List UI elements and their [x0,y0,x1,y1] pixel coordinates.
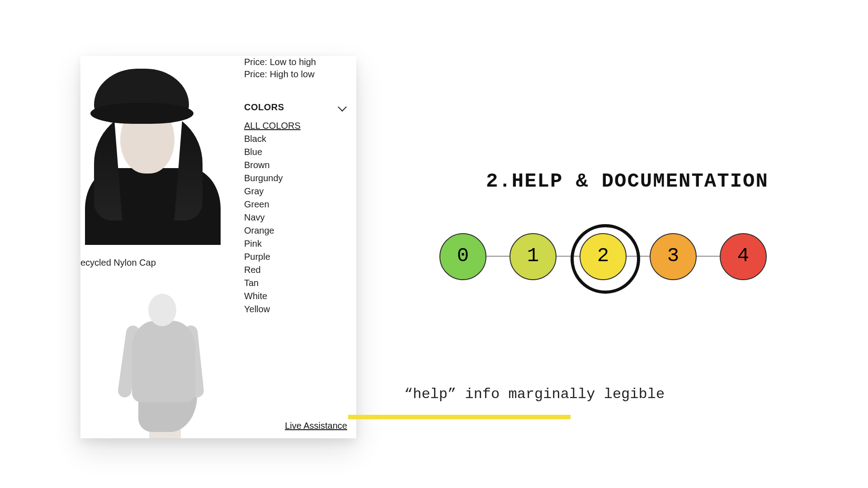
color-option[interactable]: White [244,290,348,302]
color-option[interactable]: Purple [244,251,348,263]
color-all[interactable]: ALL COLORS [244,120,348,132]
scale-dot-4: 4 [720,233,767,280]
product-image-dress [99,294,221,438]
chevron-down-icon [339,104,345,110]
annotation-caption: “help” info marginally legible [404,386,665,403]
color-option[interactable]: Orange [244,225,348,237]
color-option[interactable]: Red [244,264,348,276]
product-title: ecycled Nylon Cap [80,258,156,268]
colors-header[interactable]: COLORS [244,101,348,113]
live-assistance-link[interactable]: Live Assistance [285,421,347,431]
color-option[interactable]: Green [244,198,348,211]
color-options: ALL COLORS Black Blue Brown Burgundy Gra… [244,120,348,315]
color-option[interactable]: Brown [244,159,348,171]
scale-selection-ring [571,224,640,294]
scale-dot-3: 3 [650,233,697,280]
product-image-cap [80,56,239,237]
severity-scale: 0 1 2 3 4 [439,233,769,280]
color-option[interactable]: Tan [244,277,348,289]
sort-low-high[interactable]: Price: Low to high [244,56,348,68]
scale-dot-0: 0 [439,233,486,280]
section-heading: 2.HELP & DOCUMENTATION [486,170,769,192]
sort-options: Price: Low to high Price: High to low [244,56,348,80]
filter-panel: Price: Low to high Price: High to low CO… [244,56,348,316]
callout-bar [348,415,571,419]
color-option[interactable]: Black [244,133,348,145]
mobile-screenshot: ecycled Nylon Cap Price: Low to high Pri… [80,56,356,438]
scale-dot-1: 1 [509,233,557,280]
color-option[interactable]: Pink [244,238,348,250]
color-option[interactable]: Burgundy [244,172,348,184]
color-option[interactable]: Navy [244,211,348,224]
colors-header-label: COLORS [244,102,284,112]
color-option[interactable]: Yellow [244,303,348,315]
color-option[interactable]: Gray [244,185,348,197]
sort-high-low[interactable]: Price: High to low [244,68,348,80]
color-option[interactable]: Blue [244,146,348,158]
